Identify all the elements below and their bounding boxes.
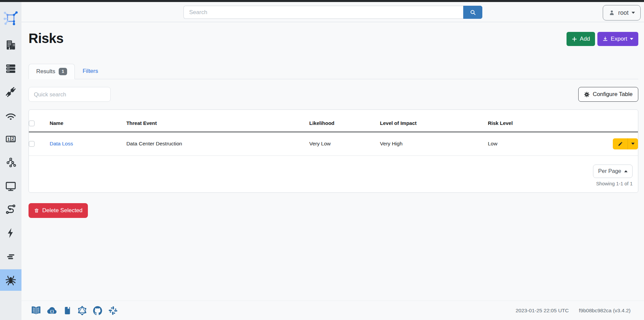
pagination: Per Page Showing 1-1 of 1 (29, 156, 638, 192)
results-card: Name Threat Event Likelihood Level of Im… (29, 109, 638, 193)
configure-table-button[interactable]: Configure Table (578, 87, 638, 102)
github-link[interactable] (92, 305, 103, 316)
graphql-icon (77, 306, 87, 316)
risk-name-link[interactable]: Data Loss (50, 141, 73, 146)
sidebar-item-lines[interactable] (0, 246, 21, 267)
building-icon (5, 39, 16, 51)
tab-filters[interactable]: Filters (75, 63, 106, 79)
table-row: Data Loss Data Center Destruction Very L… (29, 132, 638, 156)
topology-tree-icon (5, 157, 16, 168)
slack-icon (108, 306, 118, 316)
sidebar-item-connections[interactable] (0, 81, 21, 103)
per-page-label: Per Page (598, 168, 621, 174)
results-count-badge: 1 (59, 68, 67, 75)
page-actions: Add Export (567, 32, 638, 46)
export-button-label: Export (611, 36, 627, 42)
footer: {} (21, 301, 644, 320)
network-graph-logo-icon (3, 10, 18, 26)
wireless-icon (5, 110, 16, 121)
footer-timestamp: 2023-01-25 22:05 UTC (516, 308, 569, 314)
search-button[interactable] (463, 6, 482, 19)
gear-icon (584, 92, 590, 97)
row-checkbox[interactable] (29, 141, 35, 147)
sidebar-item-wireless[interactable] (0, 105, 21, 126)
edit-button[interactable] (613, 138, 628, 149)
search-input[interactable] (183, 6, 463, 19)
sidebar-item-display[interactable] (0, 175, 21, 197)
per-page-button[interactable]: Per Page (593, 165, 633, 178)
sidebar-item-power[interactable] (0, 222, 21, 244)
user-menu-button[interactable]: root (603, 5, 641, 20)
slack-link[interactable] (108, 306, 118, 316)
select-all-checkbox[interactable] (29, 121, 35, 126)
tab-results[interactable]: Results 1 (29, 64, 75, 79)
column-header-risk-level: Risk Level (488, 110, 594, 132)
cell-impact: Very High (380, 132, 488, 156)
app-logo[interactable] (0, 2, 21, 34)
sidebar-item-topology[interactable] (0, 152, 21, 173)
user-icon (608, 9, 615, 16)
column-header-threat-event: Threat Event (126, 110, 309, 132)
graphql-link[interactable] (77, 306, 87, 316)
sidebar-item-counter[interactable]: 1 2 (0, 128, 21, 150)
tab-filters-label: Filters (83, 68, 98, 75)
chevron-up-icon (624, 170, 628, 172)
cell-risk-level: Low (488, 132, 594, 156)
svg-text:{}: {} (50, 309, 54, 314)
global-search (183, 6, 482, 19)
delete-selected-button[interactable]: Delete Selected (29, 203, 88, 218)
cell-threat-event: Data Center Destruction (126, 132, 309, 156)
quick-search-input[interactable] (29, 87, 111, 102)
cell-likelihood: Very Low (309, 132, 380, 156)
svg-text:1: 1 (7, 137, 10, 142)
lightning-icon (5, 227, 16, 239)
sidebar-item-devices[interactable] (0, 58, 21, 79)
pencil-icon (618, 141, 623, 146)
edit-dropdown-toggle[interactable] (628, 138, 638, 149)
api-link[interactable]: {} (46, 305, 58, 316)
docs-link[interactable] (31, 305, 41, 316)
delete-selected-label: Delete Selected (42, 207, 83, 214)
footer-meta: 2023-01-25 22:05 UTC f9b08bc982ca (v3.4.… (516, 308, 631, 314)
column-header-likelihood: Likelihood (309, 110, 380, 132)
top-header: root (21, 2, 644, 22)
add-button[interactable]: Add (567, 32, 595, 46)
counter-icon: 1 2 (5, 133, 16, 145)
tab-results-label: Results (36, 68, 55, 75)
risks-table: Name Threat Event Likelihood Level of Im… (29, 110, 638, 156)
chevron-down-icon (631, 143, 635, 145)
page-head: Risks Add Export (29, 30, 638, 46)
cloud-code-icon: {} (46, 305, 58, 316)
spider-icon (5, 274, 17, 286)
table-header-row: Name Threat Event Likelihood Level of Im… (29, 110, 638, 132)
book-open-icon (31, 305, 41, 316)
sidebar-item-organization[interactable] (0, 34, 21, 56)
tab-bar: Results 1 Filters (29, 64, 638, 79)
sidebar: 1 2 (0, 2, 21, 320)
lines-icon (5, 251, 16, 262)
user-name: root (618, 9, 629, 16)
plus-icon (572, 36, 577, 42)
footer-build-version: f9b08bc982ca (v3.4.2) (579, 308, 631, 314)
download-icon (602, 36, 608, 42)
sidebar-item-risks[interactable] (0, 269, 21, 291)
footer-links: {} (31, 305, 118, 316)
changelog-link[interactable] (63, 306, 72, 315)
chevron-down-icon (630, 38, 633, 40)
plug-icon (5, 86, 16, 98)
journal-bookmark-icon (63, 306, 72, 315)
monitor-icon (5, 180, 16, 192)
route-icon (5, 204, 16, 215)
top-accent-bar (0, 0, 644, 2)
github-icon (92, 305, 103, 316)
svg-text:2: 2 (12, 136, 14, 141)
table-toolbar: Configure Table (29, 87, 638, 102)
sidebar-item-route[interactable] (0, 199, 21, 220)
main-content: Risks Add Export Results 1 Filters (21, 22, 644, 218)
export-button[interactable]: Export (597, 32, 638, 46)
search-icon (470, 9, 476, 16)
edit-split-button (613, 138, 638, 149)
chevron-down-icon (632, 12, 635, 14)
servers-icon (5, 63, 16, 74)
configure-table-label: Configure Table (593, 91, 633, 98)
